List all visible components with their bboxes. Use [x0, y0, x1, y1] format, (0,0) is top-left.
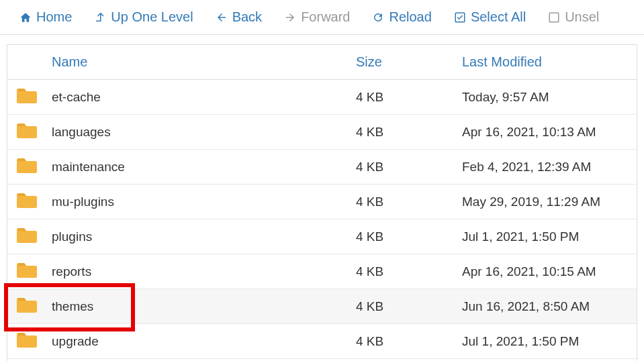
- folder-icon: [17, 87, 37, 103]
- home-icon: [19, 11, 32, 24]
- file-modified: Jun 16, 2021, 8:50 AM: [462, 299, 637, 314]
- file-icon-cell: [7, 227, 45, 246]
- file-icon-cell: [7, 331, 45, 351]
- file-row[interactable]: upgrade4 KBJul 1, 2021, 1:50 PM: [7, 324, 637, 359]
- file-size: 4 KB: [356, 264, 462, 279]
- file-size: 4 KB: [356, 125, 462, 140]
- file-row[interactable]: plugins4 KBJul 1, 2021, 1:50 PM: [7, 219, 637, 254]
- file-name: themes: [45, 299, 356, 314]
- file-row[interactable]: reports4 KBApr 16, 2021, 10:15 AM: [7, 254, 637, 289]
- folder-icon: [17, 297, 37, 313]
- column-header-size[interactable]: Size: [356, 54, 462, 70]
- reload-icon: [371, 11, 385, 24]
- folder-icon: [17, 192, 37, 208]
- file-size: 4 KB: [356, 299, 462, 314]
- file-modified: Apr 16, 2021, 10:15 AM: [462, 264, 637, 279]
- checkbox-checked-icon: [453, 11, 467, 24]
- column-header-name[interactable]: Name: [45, 54, 356, 70]
- select-all-label: Select All: [471, 9, 526, 25]
- unselect-all-label: Unsel: [565, 9, 599, 25]
- file-icon-cell: [7, 87, 45, 107]
- back-button[interactable]: Back: [204, 5, 273, 29]
- up-arrow-icon: [93, 11, 107, 24]
- file-modified: Feb 4, 2021, 12:39 AM: [462, 160, 637, 174]
- file-row[interactable]: maintenance4 KBFeb 4, 2021, 12:39 AM: [7, 150, 637, 185]
- file-size: 4 KB: [356, 195, 462, 209]
- file-size: 4 KB: [356, 160, 462, 174]
- home-button[interactable]: Home: [8, 5, 83, 29]
- file-row[interactable]: languages4 KBApr 16, 2021, 10:13 AM: [7, 115, 637, 150]
- checkbox-empty-icon: [547, 11, 561, 24]
- file-icon-cell: [7, 262, 45, 281]
- file-name: reports: [45, 264, 356, 279]
- home-label: Home: [36, 9, 72, 25]
- folder-icon: [17, 227, 37, 243]
- file-list-container: Name Size Last Modified et-cache4 KBToda…: [7, 44, 637, 361]
- file-icon-cell: [7, 122, 45, 142]
- toolbar: Home Up One Level Back Forward Reload Se…: [0, 0, 644, 35]
- unselect-all-button[interactable]: Unsel: [537, 5, 610, 29]
- folder-icon: [17, 262, 37, 278]
- back-arrow-icon: [215, 11, 228, 24]
- file-name: maintenance: [45, 160, 356, 174]
- file-size: 4 KB: [356, 90, 462, 105]
- file-name: et-cache: [45, 90, 356, 105]
- column-header-modified[interactable]: Last Modified: [462, 54, 637, 70]
- file-name: upgrade: [45, 334, 356, 349]
- folder-icon: [17, 157, 37, 173]
- file-name: languages: [45, 125, 356, 140]
- up-label: Up One Level: [111, 9, 193, 25]
- forward-arrow-icon: [283, 11, 297, 24]
- svg-rect-1: [549, 13, 559, 22]
- file-modified: Jul 1, 2021, 1:50 PM: [462, 334, 637, 349]
- forward-button: Forward: [273, 5, 361, 29]
- file-name: plugins: [45, 229, 356, 244]
- file-modified: Jul 1, 2021, 1:50 PM: [462, 229, 637, 244]
- reload-label: Reload: [389, 9, 431, 25]
- up-button[interactable]: Up One Level: [83, 5, 203, 29]
- file-rows: et-cache4 KBToday, 9:57 AMlanguages4 KBA…: [7, 80, 637, 361]
- file-icon-cell: [7, 157, 45, 176]
- select-all-button[interactable]: Select All: [443, 5, 537, 29]
- file-icon-cell: [7, 192, 45, 211]
- file-list-header: Name Size Last Modified: [7, 45, 637, 80]
- file-size: 4 KB: [356, 229, 462, 244]
- back-label: Back: [232, 9, 262, 25]
- file-modified: May 29, 2019, 11:29 AM: [462, 195, 637, 209]
- file-row[interactable]: et-cache4 KBToday, 9:57 AM: [7, 80, 637, 115]
- file-size: 4 KB: [356, 334, 462, 349]
- reload-button[interactable]: Reload: [361, 5, 442, 29]
- file-row[interactable]: mu-plugins4 KBMay 29, 2019, 11:29 AM: [7, 185, 637, 219]
- file-icon-cell: [7, 297, 45, 316]
- file-row[interactable]: themes4 KBJun 16, 2021, 8:50 AM: [7, 289, 637, 324]
- folder-icon: [17, 331, 37, 348]
- folder-icon: [17, 122, 37, 138]
- file-name: mu-plugins: [45, 195, 356, 209]
- file-modified: Apr 16, 2021, 10:13 AM: [462, 125, 637, 140]
- forward-label: Forward: [301, 9, 350, 25]
- file-modified: Today, 9:57 AM: [462, 90, 637, 105]
